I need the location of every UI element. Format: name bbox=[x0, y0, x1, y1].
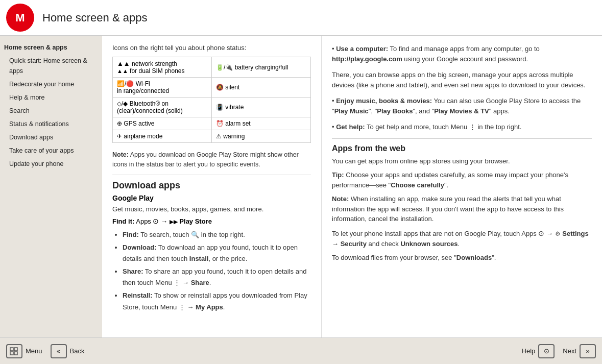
download-bullet-list: Find: To search, touch 🔍 in the top righ… bbox=[112, 229, 311, 313]
get-help-label: Get help: bbox=[336, 123, 365, 131]
bullet-share-text: To share an app you found, touch it to o… bbox=[123, 268, 306, 286]
page-title: Home screen & apps bbox=[42, 11, 147, 25]
sidebar-item-download[interactable]: Download apps bbox=[0, 131, 102, 144]
warning-icon: ⚠ bbox=[216, 133, 222, 140]
table-cell: 📶/🔴 Wi-Fiin range/connected bbox=[113, 78, 212, 98]
table-row: 📶/🔴 Wi-Fiin range/connected 🔕 silent bbox=[113, 78, 311, 98]
help-icon: ⊙ bbox=[538, 344, 555, 358]
enjoy-music-section: • Enjoy music, books & movies: You can a… bbox=[332, 96, 592, 116]
back-icon: « bbox=[51, 344, 67, 358]
status-table: ▲▲ network strength▲▲ for dual SIM phone… bbox=[112, 57, 311, 143]
charging-icon: 🔌 bbox=[225, 64, 233, 71]
download-apps-heading: Download apps bbox=[112, 175, 311, 191]
menu-icon bbox=[6, 344, 22, 358]
back-button[interactable]: « Back bbox=[51, 344, 85, 358]
next-icon: » bbox=[580, 344, 596, 358]
list-item: Reinstall: To show or reinstall apps you… bbox=[123, 290, 311, 312]
table-row: ⊕ GPS active ⏰ alarm set bbox=[113, 117, 311, 130]
menu-label: Menu bbox=[26, 347, 42, 355]
sidebar-item-search[interactable]: Search bbox=[0, 104, 102, 117]
list-item: Download: To download an app you found, … bbox=[123, 242, 311, 264]
svg-rect-2 bbox=[10, 352, 13, 355]
menu-button[interactable]: Menu bbox=[6, 344, 42, 358]
sidebar-item-help-more[interactable]: Help & more bbox=[0, 91, 102, 104]
apps-web-tip: Tip: Choose your apps and updates carefu… bbox=[332, 170, 592, 190]
apps-web-intro: You can get apps from online app stores … bbox=[332, 156, 592, 166]
get-help-text: To get help and more, touch Menu ⋮ in th… bbox=[367, 123, 522, 131]
downloads-text: To download files from your browser, see… bbox=[332, 253, 592, 263]
bluetooth-clear-icon: ◇ bbox=[117, 100, 122, 107]
unknown-sources-text: To let your phone install apps that are … bbox=[332, 228, 592, 249]
find-it-text: Apps ⊙ → ▶▶ Play Store bbox=[136, 217, 212, 225]
find-it-label: Find it: bbox=[112, 217, 134, 225]
google-play-heading: Google Play bbox=[112, 194, 311, 202]
section-divider bbox=[332, 138, 592, 139]
right-content: • Use a computer: To find and manage app… bbox=[322, 36, 602, 337]
svg-rect-1 bbox=[14, 348, 17, 351]
sidebar-item-update[interactable]: Update your phone bbox=[0, 157, 102, 171]
note2-label: Note: bbox=[332, 195, 349, 203]
footer: Menu « Back Help ⊙ Next » bbox=[0, 337, 602, 364]
footer-left: Menu « Back bbox=[6, 344, 522, 358]
main-content: Icons on the right tell you about phone … bbox=[102, 36, 322, 337]
table-cell: ⚠ warning bbox=[212, 130, 311, 143]
footer-right: Help ⊙ Next » bbox=[522, 344, 596, 358]
browse-section: There, you can browse apps on the big sc… bbox=[332, 70, 592, 90]
airplane-icon: ✈ bbox=[117, 133, 122, 140]
bullet-reinstall-label: Reinstall: bbox=[123, 292, 153, 299]
apps-web-note: Note: When installing an app, make sure … bbox=[332, 194, 592, 224]
note-label: Note: bbox=[112, 151, 129, 158]
tip-label: Tip: bbox=[332, 171, 344, 179]
gps-icon: ⊕ bbox=[117, 120, 122, 127]
browse-text: There, you can browse apps on the big sc… bbox=[332, 71, 585, 89]
status-intro: Icons on the right tell you about phone … bbox=[112, 44, 311, 52]
sidebar-item-redecorate[interactable]: Redecorate your home bbox=[0, 78, 102, 91]
table-cell: ▲▲ network strength▲▲ for dual SIM phone… bbox=[113, 57, 212, 78]
sidebar-item-status[interactable]: Status & notifications bbox=[0, 117, 102, 131]
find-it: Find it: Apps ⊙ → ▶▶ Play Store bbox=[112, 217, 311, 225]
table-cell: ⏰ alarm set bbox=[212, 117, 311, 130]
motorola-logo: M bbox=[6, 4, 34, 32]
list-item: Share: To share an app you found, touch … bbox=[123, 266, 311, 288]
table-row: ◇/◆ Bluetooth® on(clear)/connected (soli… bbox=[113, 98, 311, 117]
wifi-on-icon: 🔴 bbox=[126, 80, 134, 87]
silent-icon: 🔕 bbox=[216, 84, 224, 91]
note-text: Apps you download on Google Play Store m… bbox=[112, 151, 299, 168]
main-layout: Home screen & apps Quick start: Home scr… bbox=[0, 36, 602, 337]
note2-text: When installing an app, make sure you re… bbox=[332, 195, 564, 223]
header: M Home screen & apps bbox=[0, 0, 602, 36]
wifi-off-icon: 📶 bbox=[117, 80, 125, 87]
svg-rect-3 bbox=[14, 352, 17, 355]
help-label: Help bbox=[522, 347, 536, 355]
get-help-section: • Get help: To get help and more, touch … bbox=[332, 122, 592, 132]
logo-letter: M bbox=[15, 11, 25, 25]
next-button[interactable]: Next » bbox=[563, 344, 596, 358]
tip-text: Choose your apps and updates carefully, … bbox=[332, 171, 568, 189]
bullet-download-label: Download: bbox=[123, 244, 156, 251]
sidebar: Home screen & apps Quick start: Home scr… bbox=[0, 36, 102, 337]
svg-rect-0 bbox=[10, 348, 13, 351]
table-cell: ⊕ GPS active bbox=[113, 117, 212, 130]
sidebar-item-quick-start[interactable]: Quick start: Home screen & apps bbox=[0, 54, 102, 78]
use-computer-label: Use a computer: bbox=[336, 45, 388, 53]
table-row: ✈ airplane mode ⚠ warning bbox=[113, 130, 311, 143]
sidebar-item-take-care[interactable]: Take care of your apps bbox=[0, 144, 102, 157]
apps-from-web-heading: Apps from the web bbox=[332, 144, 592, 153]
bluetooth-solid-icon: ◆ bbox=[123, 100, 128, 107]
note-box: Note: Apps you download on Google Play S… bbox=[112, 150, 311, 169]
network-icon: ▲▲ bbox=[117, 60, 130, 67]
table-cell: 🔕 silent bbox=[212, 78, 311, 98]
bullet-find-text: To search, touch 🔍 in the top right. bbox=[140, 231, 245, 238]
alarm-icon: ⏰ bbox=[216, 120, 224, 127]
table-row: ▲▲ network strength▲▲ for dual SIM phone… bbox=[113, 57, 311, 78]
next-label: Next bbox=[563, 347, 576, 355]
back-label: Back bbox=[70, 347, 85, 355]
vibrate-icon: 📳 bbox=[216, 104, 224, 111]
enjoy-music-label: Enjoy music, books & movies: bbox=[336, 97, 432, 105]
sidebar-item-home-screen[interactable]: Home screen & apps bbox=[0, 41, 102, 54]
google-play-intro: Get music, movies, books, apps, games, a… bbox=[112, 204, 311, 214]
help-button[interactable]: Help ⊙ bbox=[522, 344, 555, 358]
content-area: Icons on the right tell you about phone … bbox=[102, 36, 602, 337]
menu-grid-icon bbox=[10, 347, 19, 355]
table-cell: 📳 vibrate bbox=[212, 98, 311, 117]
